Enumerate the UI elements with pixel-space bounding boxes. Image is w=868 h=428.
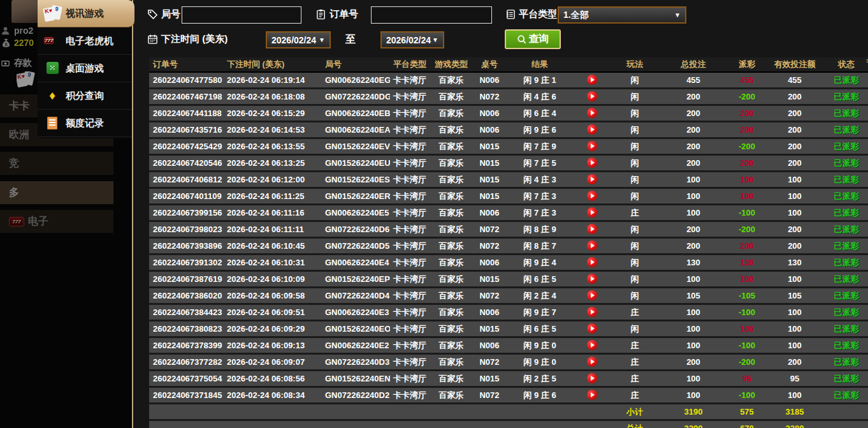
cell-game_type: 百家乐 [430, 388, 473, 402]
cell-payout: 200 [728, 156, 766, 170]
play-video-icon[interactable] [587, 323, 597, 334]
play-video-icon[interactable] [587, 390, 597, 400]
date-to-separator: 至 [345, 33, 356, 47]
empty-cell [574, 404, 611, 419]
cell-table_no: N015 [473, 371, 506, 386]
game-no-input[interactable] [182, 6, 301, 24]
date-from-select[interactable]: 2026/02/24 ▼ [266, 31, 331, 48]
play-video-icon[interactable] [587, 274, 597, 284]
cell-game_type: 百家乐 [430, 156, 473, 170]
play-video-icon[interactable] [587, 108, 597, 118]
cell-total_bet: 455 [659, 73, 728, 87]
lobby-nav-item[interactable]: 多 [0, 181, 113, 204]
play-video-icon[interactable] [587, 141, 597, 151]
cell-game_type: 百家乐 [430, 255, 473, 270]
cell-game_no: GN072262240D3 [319, 355, 390, 369]
play-video-icon[interactable] [587, 191, 597, 201]
cell-order_no: 260224067435716 [149, 122, 224, 137]
play-video-icon[interactable] [587, 224, 597, 234]
cell-platform: 卡卡湾厅 [390, 122, 430, 137]
order-no-input[interactable] [371, 6, 492, 24]
play-video-icon[interactable] [587, 290, 597, 300]
empty-cell [430, 421, 473, 428]
cell-order_no: 260224067406812 [149, 172, 224, 187]
cell-valid_bet: 455 [766, 73, 823, 87]
cell-platform: 卡卡湾厅 [390, 222, 430, 237]
cell-platform: 卡卡湾厅 [390, 321, 430, 336]
cell-table_no: N006 [473, 122, 506, 137]
cell-result: 闲 6 庄 5 [506, 321, 574, 336]
cell-order_no: 260224067378399 [149, 338, 224, 353]
cell-platform: 卡卡湾厅 [390, 288, 430, 303]
play-video-icon[interactable] [587, 357, 597, 367]
cell-payout: -100 [728, 305, 766, 320]
cell-bet_time: 2026-02-24 06:08:56 [224, 371, 319, 386]
column-header: 结果 [506, 57, 574, 71]
play-video-icon[interactable] [587, 373, 597, 383]
table-row: 2602240673772822026-02-24 06:09:07GN0722… [149, 355, 868, 371]
lobby-nav-item[interactable]: 777电子 [0, 210, 113, 233]
cell-platform: 卡卡湾厅 [390, 106, 430, 121]
menu-item-label: 电子老虎机 [66, 35, 113, 47]
cell-total_bet: 200 [659, 156, 728, 170]
column-header: 玩法 [611, 57, 659, 71]
table-row: 2602240674011092026-02-24 06:11:25GN0152… [149, 189, 868, 205]
cell-result: 闲 9 庄 6 [506, 388, 574, 402]
play-video-icon[interactable] [587, 91, 597, 101]
play-video-icon[interactable] [587, 124, 597, 135]
cell-game_type: 百家乐 [430, 239, 473, 253]
cell-game_no: GN006262240EB [319, 106, 390, 121]
lobby-nav-item[interactable]: 竞 [0, 152, 113, 175]
deposit-label[interactable]: 存款 [14, 57, 32, 69]
cell-valid_bet: 100 [766, 189, 823, 203]
menu-item-额度记录[interactable]: 额度记录 [38, 110, 132, 137]
cell-result: 闲 7 庄 5 [506, 156, 574, 170]
cell-valid_bet: 100 [766, 321, 823, 336]
search-button-label: 查询 [529, 33, 549, 46]
date-to-select[interactable]: 2026/02/24 ▼ [380, 31, 444, 48]
menu-item-电子老虎机[interactable]: 777电子老虎机 [38, 27, 132, 55]
search-button[interactable]: 查询 [505, 29, 561, 49]
column-header [574, 57, 611, 71]
cell-game_no: GN015262240EU [319, 156, 390, 170]
platform-type-label: 平台类型 [519, 8, 557, 20]
play-video-icon[interactable] [587, 307, 597, 317]
cell-order_no: 260224067375054 [149, 371, 224, 386]
play-video-icon[interactable] [587, 158, 597, 168]
menu-item-积分查询[interactable]: ♦积分查询 [38, 82, 132, 110]
cell-game_type: 百家乐 [430, 106, 473, 121]
cell-table_no: N072 [473, 355, 506, 369]
cell-valid_bet: 200 [766, 222, 823, 237]
cell-game_no: GN006262240E2 [319, 338, 390, 353]
cell-game_type: 百家乐 [430, 89, 473, 104]
platform-type-select[interactable]: 1.全部 ▼ [558, 6, 686, 24]
cell-table_no: N006 [473, 305, 506, 320]
cell-payout: 200 [728, 106, 766, 121]
cell-result: 闲 9 庄 0 [506, 338, 574, 353]
cell-total_bet: 105 [659, 288, 728, 303]
menu-item-桌面游戏[interactable]: ⁙桌面游戏 [38, 55, 132, 82]
column-header: 下注时间 (美东) [224, 57, 319, 71]
cell-play: 庄 [611, 338, 659, 353]
empty-cell [473, 404, 506, 419]
cell-platform: 卡卡湾厅 [390, 355, 430, 369]
cell-total_bet: 200 [659, 122, 728, 137]
cell-play: 闲 [611, 222, 659, 237]
play-video-icon[interactable] [587, 75, 597, 85]
cell-bet_time: 2026-02-24 06:10:45 [224, 239, 319, 253]
play-video-icon[interactable] [587, 207, 597, 218]
play-video-icon[interactable] [587, 240, 597, 251]
column-header: 平台类型 [390, 57, 430, 71]
table-games-icon: ⁙ [44, 61, 61, 76]
menu-item-视讯游戏[interactable]: 9K♥视讯游戏 [38, 0, 134, 27]
cell-order_no: 260224067386020 [149, 288, 224, 303]
play-video-icon[interactable] [587, 174, 597, 184]
cell-total_bet: 100 [659, 388, 728, 402]
cell-order_no: 260224067380823 [149, 321, 224, 336]
table-row: 2602240674411882026-02-24 06:15:29GN0062… [149, 106, 868, 122]
play-video-icon[interactable] [587, 340, 597, 350]
cell-bet_time: 2026-02-24 06:10:31 [224, 255, 319, 270]
menu-item-label: 额度记录 [66, 117, 104, 129]
play-video-icon[interactable] [587, 257, 597, 267]
cell-game_type: 百家乐 [430, 189, 473, 203]
